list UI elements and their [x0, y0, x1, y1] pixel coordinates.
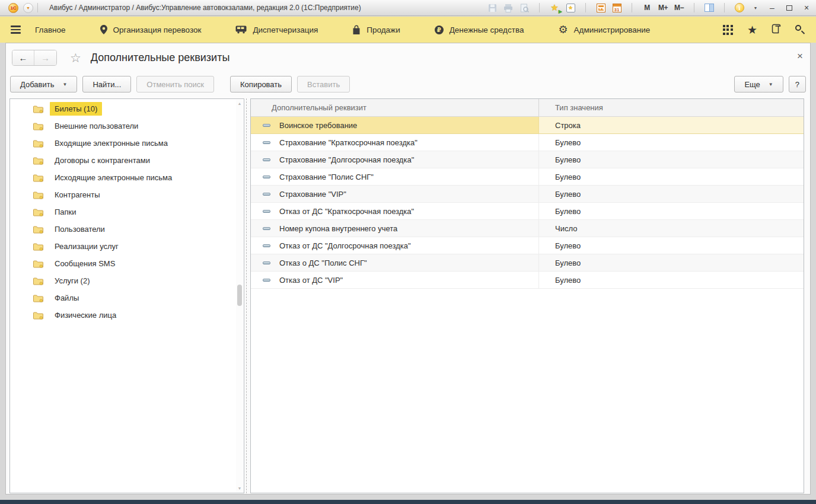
maximize-icon [786, 5, 792, 11]
forward-button[interactable]: → [34, 50, 56, 65]
help-button[interactable]: ? [789, 76, 806, 92]
system-menu-button[interactable]: ▼ [23, 3, 33, 13]
attribute-name: Отказ о ДС "Полис СНГ" [279, 259, 367, 267]
tree-scrollbar[interactable]: ▲ ▼ [236, 100, 243, 492]
attribute-icon [263, 124, 270, 127]
folder-icon [33, 122, 43, 130]
favorite-toggle-star-icon[interactable]: ☆ [70, 51, 81, 65]
find-button-label: Найти... [93, 80, 121, 89]
floppy-icon [488, 4, 497, 12]
separator [632, 3, 632, 12]
menu-label: Денежные средства [450, 25, 524, 34]
menu-item-transport-organization[interactable]: Организация перевозок [100, 25, 202, 34]
table-row[interactable]: Отказ от ДС "VIP" Булево [251, 272, 804, 289]
split-window-icon[interactable] [704, 2, 715, 13]
tree-item-label: Договоры с контрагентами [50, 154, 155, 167]
calculator-icon[interactable] [595, 2, 606, 13]
attribute-value-type: Булево [539, 186, 804, 202]
separator [539, 3, 540, 12]
tree-item[interactable]: Папки [10, 203, 236, 221]
maximize-button[interactable] [783, 3, 795, 12]
memory-subtract-button[interactable]: M− [674, 2, 684, 13]
form-toolbar: Добавить ▼ Найти... Отменить поиск Копир… [10, 76, 806, 92]
menu-item-administration[interactable]: ⚙ Администрирование [558, 24, 650, 35]
table-row[interactable]: Страхование "Долгосрочная поездка" Булев… [251, 151, 804, 168]
attribute-icon [263, 176, 270, 178]
scrollbar-thumb[interactable] [237, 285, 242, 306]
tree-item[interactable]: Услуги (2) [10, 272, 236, 289]
tree-item-label: Физические лица [50, 308, 121, 322]
save-icon[interactable] [487, 2, 498, 13]
tree-item[interactable]: Исходящие электронные письма [10, 169, 236, 186]
form-close-button[interactable]: × [795, 50, 805, 62]
more-button-label: Еще [744, 80, 760, 89]
attribute-value-type: Булево [539, 134, 804, 151]
panel-splitter[interactable] [246, 98, 247, 493]
menu-item-sales[interactable]: Продажи [352, 25, 400, 35]
tree-item[interactable]: Пользователи [10, 221, 236, 238]
copy-button[interactable]: Копировать [230, 76, 292, 92]
tree-item-label: Пользователи [50, 222, 110, 236]
memory-recall-button[interactable]: M [642, 2, 652, 13]
categories-tree-panel: Билеты (10) Внешние пользователи Входящи… [9, 98, 244, 493]
close-button[interactable]: × [801, 3, 812, 12]
table-row[interactable]: Страхование "Полис СНГ" Булево [251, 168, 804, 186]
tree-item[interactable]: Реализации услуг [10, 238, 236, 255]
menu-item-dispatching[interactable]: Диспетчеризация [235, 25, 318, 34]
attribute-name: Страхование "VIP" [279, 190, 346, 199]
tree-item[interactable]: Сообщения SMS [10, 255, 236, 272]
minimize-button[interactable]: – [766, 3, 778, 12]
tree-item[interactable]: Физические лица [10, 307, 236, 324]
back-button[interactable]: ← [12, 50, 34, 65]
table-row[interactable]: Страхование "Краткосрочная поездка" Буле… [251, 134, 804, 151]
column-header-value-type[interactable]: Тип значения [539, 99, 804, 116]
table-row[interactable]: Отказ о ДС "Полис СНГ" Булево [251, 254, 804, 272]
tree-item-label: Сообщения SMS [50, 257, 120, 270]
all-functions-grid-icon[interactable] [723, 25, 733, 35]
scroll-down-icon[interactable]: ▼ [236, 486, 243, 490]
attributes-table-panel: Дополнительный реквизит Тип значения Вои… [250, 98, 804, 493]
folder-icon [33, 139, 43, 148]
menu-label: Организация перевозок [113, 25, 202, 34]
calendar-icon[interactable]: 31 [611, 2, 622, 13]
info-dropdown-icon[interactable]: ▼ [750, 2, 761, 13]
page-title: Дополнительные реквизиты [91, 52, 230, 64]
tree-item[interactable]: Внешние пользователи [10, 117, 236, 135]
table-row[interactable]: Отказ от ДС "Долгосрочная поездка" Булев… [251, 237, 804, 254]
favorites-icon[interactable]: ★ [565, 2, 576, 13]
scroll-up-icon[interactable]: ▲ [236, 101, 243, 106]
find-button[interactable]: Найти... [82, 76, 131, 92]
menu-item-main[interactable]: Главное [35, 25, 66, 34]
search-icon[interactable] [795, 25, 805, 35]
print-icon[interactable] [503, 2, 514, 13]
table-row[interactable]: Отказ от ДС "Краткосрочная поездка" Буле… [251, 203, 804, 220]
cancel-search-button[interactable]: Отменить поиск [136, 76, 214, 92]
table-row[interactable]: Воинское требование Строка [251, 117, 804, 134]
memory-add-button[interactable]: M+ [658, 2, 668, 13]
tree-item[interactable]: Контрагенты [10, 186, 236, 203]
attribute-value-type: Булево [539, 254, 804, 271]
favorites-star-icon[interactable]: ★ [747, 24, 757, 36]
history-icon[interactable] [772, 24, 781, 36]
tree-item[interactable]: Договоры с контрагентами [10, 152, 236, 169]
attribute-icon [263, 261, 270, 264]
tree-item[interactable]: Входящие электронные письма [10, 135, 236, 152]
add-favorite-icon[interactable]: ★▶ [549, 2, 560, 13]
tree-item[interactable]: Файлы [10, 289, 236, 307]
menu-label: Диспетчеризация [253, 25, 318, 34]
more-button[interactable]: Еще ▼ [734, 76, 783, 92]
hamburger-menu-icon[interactable] [11, 25, 21, 34]
tree-item[interactable]: Билеты (10) [10, 100, 236, 117]
info-icon[interactable]: i [734, 2, 745, 13]
print-preview-icon[interactable] [519, 2, 530, 13]
attribute-value-type: Булево [539, 203, 804, 219]
attribute-icon [263, 227, 270, 230]
paste-button[interactable]: Вставить [297, 76, 350, 92]
table-row[interactable]: Страхование "VIP" Булево [251, 186, 804, 203]
add-button[interactable]: Добавить ▼ [10, 76, 77, 92]
paste-button-label: Вставить [307, 80, 340, 89]
column-header-attribute[interactable]: Дополнительный реквизит [251, 99, 539, 116]
table-row[interactable]: Номер купона внутреннего учета Число [251, 220, 804, 237]
menu-label: Продажи [366, 25, 400, 34]
menu-item-money[interactable]: ₽ Денежные средства [435, 25, 524, 34]
